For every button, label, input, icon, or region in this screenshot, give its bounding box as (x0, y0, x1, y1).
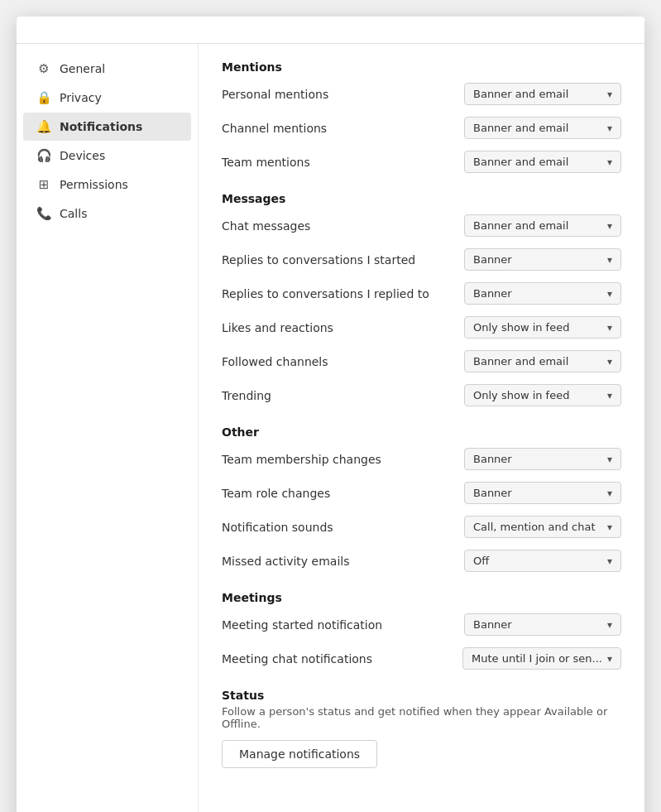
setting-row-meeting-started: Meeting started notificationBanner▾ (222, 608, 621, 641)
chevron-down-icon: ▾ (607, 322, 612, 334)
setting-row-trending: TrendingOnly show in feed▾ (222, 378, 621, 412)
setting-row-team-membership: Team membership changesBanner▾ (222, 442, 621, 476)
setting-dropdown-meeting-started[interactable]: Banner▾ (464, 613, 621, 636)
setting-row-team-mentions: Team mentionsBanner and email▾ (222, 145, 621, 179)
chevron-down-icon: ▾ (607, 555, 612, 567)
status-description: Follow a person's status and get notifie… (222, 705, 621, 730)
dropdown-value-notification-sounds: Call, mention and chat (473, 521, 602, 533)
dropdown-value-team-membership: Banner (473, 453, 602, 465)
sidebar-item-notifications[interactable]: 🔔Notifications (23, 113, 191, 141)
status-title: Status (222, 689, 621, 702)
setting-row-replies-started: Replies to conversations I startedBanner… (222, 243, 621, 276)
setting-row-followed-channels: Followed channelsBanner and email▾ (222, 344, 621, 378)
sidebar-label-calls: Calls (60, 207, 87, 220)
sidebar-label-notifications: Notifications (60, 120, 142, 133)
chevron-down-icon: ▾ (607, 220, 612, 232)
setting-row-notification-sounds: Notification soundsCall, mention and cha… (222, 510, 621, 544)
setting-label-channel-mentions: Channel mentions (222, 122, 327, 135)
sidebar-item-calls[interactable]: 📞Calls (23, 199, 191, 228)
setting-dropdown-team-mentions[interactable]: Banner and email▾ (464, 151, 621, 173)
dropdown-value-chat-messages: Banner and email (473, 219, 602, 232)
dropdown-value-team-mentions: Banner and email (473, 156, 602, 168)
setting-label-notification-sounds: Notification sounds (222, 521, 333, 534)
chevron-down-icon: ▾ (607, 288, 612, 300)
close-button[interactable] (615, 30, 628, 36)
general-icon: ⚙ (36, 61, 51, 76)
permissions-icon: ⊞ (36, 177, 51, 192)
chevron-down-icon: ▾ (607, 89, 612, 100)
dropdown-value-missed-activity: Off (473, 555, 602, 567)
privacy-icon: 🔒 (36, 90, 51, 105)
setting-dropdown-replies-replied[interactable]: Banner▾ (464, 282, 621, 305)
chevron-down-icon: ▾ (607, 488, 612, 499)
setting-label-team-mentions: Team mentions (222, 156, 310, 169)
setting-label-team-membership: Team membership changes (222, 453, 381, 466)
setting-label-personal-mentions: Personal mentions (222, 88, 328, 101)
chevron-down-icon: ▾ (607, 254, 612, 266)
setting-row-missed-activity: Missed activity emailsOff▾ (222, 544, 621, 578)
sidebar-item-devices[interactable]: 🎧Devices (23, 142, 191, 170)
chevron-down-icon: ▾ (607, 156, 612, 168)
setting-dropdown-trending[interactable]: Only show in feed▾ (464, 384, 621, 406)
calls-icon: 📞 (36, 206, 51, 221)
devices-icon: 🎧 (36, 148, 51, 163)
setting-row-likes-reactions: Likes and reactionsOnly show in feed▾ (222, 310, 621, 344)
setting-dropdown-chat-messages[interactable]: Banner and email▾ (464, 214, 621, 237)
sidebar-label-privacy: Privacy (60, 91, 102, 104)
setting-label-meeting-started: Meeting started notification (222, 618, 382, 632)
chevron-down-icon: ▾ (607, 619, 612, 631)
sidebar: ⚙General🔒Privacy🔔Notifications🎧Devices⊞P… (17, 44, 199, 812)
dropdown-value-likes-reactions: Only show in feed (473, 321, 602, 334)
dropdown-value-meeting-started: Banner (473, 618, 602, 631)
section-title-mentions: Mentions (222, 60, 621, 74)
main-content: MentionsPersonal mentionsBanner and emai… (199, 44, 644, 812)
setting-row-personal-mentions: Personal mentionsBanner and email▾ (222, 77, 621, 111)
setting-row-channel-mentions: Channel mentionsBanner and email▾ (222, 111, 621, 145)
chevron-down-icon: ▾ (607, 521, 612, 533)
setting-dropdown-replies-started[interactable]: Banner▾ (464, 248, 621, 271)
setting-row-team-role: Team role changesBanner▾ (222, 476, 621, 510)
setting-label-missed-activity: Missed activity emails (222, 555, 349, 568)
dropdown-value-team-role: Banner (473, 487, 602, 499)
setting-label-likes-reactions: Likes and reactions (222, 321, 333, 334)
sidebar-label-permissions: Permissions (60, 178, 128, 191)
dropdown-value-replies-replied: Banner (473, 287, 602, 300)
setting-dropdown-missed-activity[interactable]: Off▾ (464, 550, 621, 572)
sidebar-item-permissions[interactable]: ⊞Permissions (23, 171, 191, 199)
dropdown-value-meeting-chat: Mute until I join or sen... (472, 652, 602, 665)
setting-dropdown-personal-mentions[interactable]: Banner and email▾ (464, 83, 621, 105)
setting-dropdown-team-membership[interactable]: Banner▾ (464, 448, 621, 470)
setting-dropdown-likes-reactions[interactable]: Only show in feed▾ (464, 316, 621, 339)
chevron-down-icon: ▾ (607, 123, 612, 134)
dialog-body: ⚙General🔒Privacy🔔Notifications🎧Devices⊞P… (17, 44, 644, 812)
section-title-other: Other (222, 425, 621, 439)
setting-label-meeting-chat: Meeting chat notifications (222, 652, 372, 665)
setting-row-chat-messages: Chat messagesBanner and email▾ (222, 209, 621, 243)
setting-label-trending: Trending (222, 389, 271, 402)
setting-dropdown-team-role[interactable]: Banner▾ (464, 482, 621, 504)
settings-dialog: ⚙General🔒Privacy🔔Notifications🎧Devices⊞P… (17, 17, 644, 812)
status-section: StatusFollow a person's status and get n… (222, 689, 621, 768)
setting-row-meeting-chat: Meeting chat notificationsMute until I j… (222, 641, 621, 675)
setting-dropdown-notification-sounds[interactable]: Call, mention and chat▾ (464, 516, 621, 538)
notifications-icon: 🔔 (36, 119, 51, 134)
setting-label-replies-replied: Replies to conversations I replied to (222, 287, 429, 300)
section-title-meetings: Meetings (222, 591, 621, 604)
chevron-down-icon: ▾ (607, 390, 612, 401)
sidebar-label-general: General (60, 62, 105, 75)
setting-dropdown-followed-channels[interactable]: Banner and email▾ (464, 350, 621, 372)
setting-label-followed-channels: Followed channels (222, 355, 328, 368)
sidebar-item-general[interactable]: ⚙General (23, 55, 191, 83)
sidebar-label-devices: Devices (60, 149, 105, 162)
sidebar-item-privacy[interactable]: 🔒Privacy (23, 84, 191, 112)
dropdown-value-trending: Only show in feed (473, 389, 602, 401)
setting-dropdown-meeting-chat[interactable]: Mute until I join or sen...▾ (462, 647, 621, 670)
manage-notifications-button[interactable]: Manage notifications (222, 740, 377, 768)
dropdown-value-replies-started: Banner (473, 253, 602, 266)
section-title-messages: Messages (222, 192, 621, 205)
setting-label-chat-messages: Chat messages (222, 219, 310, 233)
setting-dropdown-channel-mentions[interactable]: Banner and email▾ (464, 117, 621, 139)
setting-label-team-role: Team role changes (222, 487, 330, 500)
chevron-down-icon: ▾ (607, 356, 612, 368)
setting-row-replies-replied: Replies to conversations I replied toBan… (222, 276, 621, 310)
